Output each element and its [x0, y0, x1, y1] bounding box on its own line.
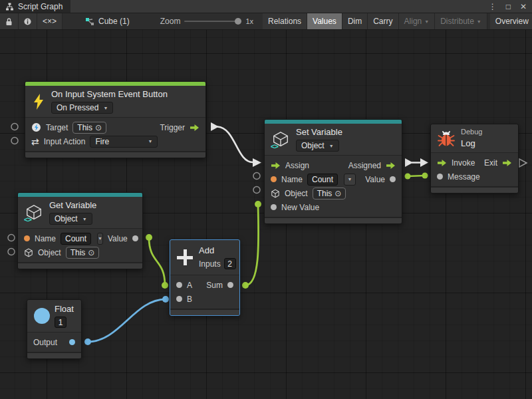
port-setvar-object-unconnected[interactable]: [253, 187, 260, 194]
code-view-icon: <×>: [43, 17, 57, 26]
event-mode-dropdown[interactable]: On Pressed ▼: [51, 102, 113, 114]
input-system-icon: [31, 122, 41, 132]
wire-assigned-invoke[interactable]: [405, 158, 428, 167]
port-row-output: Output: [27, 335, 81, 349]
zoom-value: 1x: [245, 17, 253, 25]
variable-name-field[interactable]: Count: [61, 233, 91, 245]
value-port-icon[interactable]: [176, 282, 182, 288]
value-port-icon[interactable]: [271, 204, 277, 210]
node-title: Float: [55, 304, 74, 315]
toolbar-button-dim[interactable]: Dim: [342, 13, 368, 29]
tab-script-graph[interactable]: Script Graph: [0, 0, 70, 13]
port-getvar-object-unconnected[interactable]: [8, 249, 15, 255]
zoom-slider[interactable]: [184, 21, 241, 22]
maximize-icon[interactable]: □: [506, 3, 511, 11]
node-set-variable[interactable]: <> Set Variable Object ▼ Assign: [264, 119, 402, 224]
caret-down-icon: ▼: [329, 144, 334, 148]
float-value-field[interactable]: 1: [55, 317, 66, 328]
code-view-button[interactable]: <×>: [37, 13, 63, 29]
variable-name-field[interactable]: Count: [307, 174, 338, 186]
float-port-icon[interactable]: [69, 339, 75, 345]
wire-getvalue-a[interactable]: [146, 234, 168, 289]
toolbar-button-overview[interactable]: Overview: [490, 13, 532, 29]
node-category: Debug: [461, 128, 482, 136]
flow-arrow-icon[interactable]: [502, 159, 512, 167]
set-variable-kind-dropdown[interactable]: Object ▼: [296, 140, 339, 152]
input-action-dropdown[interactable]: Fire ▼: [90, 136, 158, 148]
context-label: Cube (1): [98, 17, 130, 26]
node-title: Add: [199, 245, 214, 256]
graph-icon: [5, 3, 14, 11]
graph-context[interactable]: Cube (1): [80, 13, 135, 29]
port-row-b: B: [170, 292, 239, 306]
flow-arrow-icon[interactable]: [190, 124, 200, 132]
string-port-icon[interactable]: [271, 176, 277, 182]
caret-down-icon: ▼: [98, 236, 102, 241]
value-port-icon[interactable]: [132, 235, 138, 241]
port-row-new-value: New Value: [265, 200, 402, 214]
wire-sum-newvalue[interactable]: [242, 201, 261, 289]
inputs-count-field[interactable]: 2: [224, 258, 236, 269]
port-exit-unconnected[interactable]: [519, 159, 527, 167]
value-port-icon[interactable]: [176, 296, 182, 302]
node-debug-log[interactable]: Debug Log Invoke Exit: [430, 124, 519, 194]
toolbar-button-distribute[interactable]: Distribute ▼: [435, 13, 487, 29]
script-graph-window: Script Graph ⋮ □ ✕ <×>: [0, 0, 532, 399]
info-icon: [24, 17, 31, 26]
graph-canvas[interactable]: On Input System Event Button On Pressed …: [0, 30, 532, 399]
node-add[interactable]: Add Inputs 2 A Sum: [170, 239, 240, 316]
port-inputaction-unconnected[interactable]: [11, 138, 18, 144]
tab-bar: Script Graph ⋮ □ ✕: [0, 0, 532, 13]
wire-float-b[interactable]: [84, 296, 169, 345]
toolbar-button-align[interactable]: Align ▼: [399, 13, 436, 29]
string-port-icon[interactable]: [24, 235, 30, 241]
float-icon: [34, 308, 50, 324]
flow-arrow-icon[interactable]: [386, 162, 396, 170]
port-getvar-name-unconnected[interactable]: [8, 235, 15, 241]
node-footer: [265, 217, 402, 223]
port-row-message: Message: [431, 170, 518, 184]
port-row-object: Object This ⊙: [265, 186, 402, 200]
graph-pointer-icon: [85, 17, 94, 26]
variable-cube-icon: <>: [25, 203, 43, 222]
toolbar-button-values[interactable]: Values: [307, 13, 342, 29]
zoom-label: Zoom: [160, 17, 181, 26]
variable-name-dropdown[interactable]: ▼: [344, 174, 356, 186]
node-footer: [431, 186, 518, 193]
value-port-icon[interactable]: [437, 174, 443, 180]
object-field[interactable]: This ⊙: [313, 188, 346, 200]
caret-down-icon: ▼: [477, 19, 481, 24]
cube-icon: [271, 189, 280, 198]
node-get-variable[interactable]: <> Get Variable Object ▼ Name Count ▼: [17, 192, 143, 269]
port-target-unconnected[interactable]: [11, 124, 18, 130]
zoom-slider-handle[interactable]: [235, 18, 241, 25]
info-button[interactable]: [19, 13, 37, 29]
toolbar-button-carry[interactable]: Carry: [368, 13, 398, 29]
node-title: On Input System Event Button: [51, 89, 168, 100]
port-row-a: A Sum: [170, 278, 239, 292]
target-object-field[interactable]: This ⊙: [72, 122, 106, 134]
target-picker-icon: ⊙: [88, 248, 94, 257]
node-title: Log: [461, 138, 475, 149]
toolbar-button-relations[interactable]: Relations: [263, 13, 307, 29]
variable-name-dropdown[interactable]: ▼: [97, 233, 103, 245]
cube-icon: [24, 248, 33, 257]
node-event[interactable]: On Input System Event Button On Pressed …: [25, 81, 206, 158]
node-float[interactable]: Float 1 Output: [27, 299, 82, 359]
node-title: Get Variable: [49, 200, 96, 211]
wire-trigger-assign[interactable]: [211, 122, 261, 167]
get-variable-kind-dropdown[interactable]: Object ▼: [49, 213, 92, 225]
close-icon[interactable]: ✕: [520, 3, 527, 11]
port-row-name: Name Count ▼ Value: [18, 231, 142, 245]
port-row-input-action: ⇄ Input Action Fire ▼: [25, 134, 205, 148]
value-port-icon[interactable]: [390, 176, 396, 182]
value-port-icon[interactable]: [227, 282, 233, 288]
wire-value-message[interactable]: [405, 173, 428, 180]
node-footer: [27, 352, 81, 358]
lock-button[interactable]: [0, 13, 19, 29]
port-setvar-name-unconnected[interactable]: [253, 173, 260, 180]
flow-arrow-icon[interactable]: [437, 159, 447, 167]
flow-arrow-icon[interactable]: [271, 162, 281, 170]
object-field[interactable]: This ⊙: [66, 247, 100, 259]
menu-icon[interactable]: ⋮: [489, 3, 497, 11]
